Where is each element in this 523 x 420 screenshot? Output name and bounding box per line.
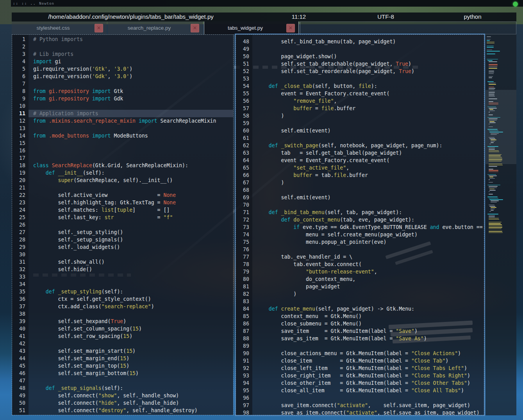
code-line[interactable] <box>256 45 484 53</box>
code-line[interactable]: # Lib imports <box>33 50 233 58</box>
code-line[interactable] <box>33 414 233 415</box>
code-line[interactable]: gi.require_version('Gtk', '3.0') <box>33 65 233 73</box>
code-line[interactable]: def do_context_menu(tab, eve, page_widge… <box>256 216 484 223</box>
code-line[interactable]: page_widget.show() <box>256 53 484 60</box>
code-line[interactable]: self.active_view = None <box>33 191 233 199</box>
code-line[interactable] <box>256 246 484 253</box>
code-line[interactable]: buffer = tab.file.buffer <box>256 172 484 179</box>
code-line[interactable]: close_submenu = Gtk.Menu() <box>256 320 484 327</box>
code-line[interactable]: ) <box>256 290 484 298</box>
code-line[interactable] <box>33 221 233 229</box>
code-line[interactable]: save_item.connect("activate", self.save_… <box>256 402 484 409</box>
code-line[interactable] <box>256 120 484 127</box>
code-line[interactable]: self._load_widgets() <box>33 243 233 251</box>
code-line[interactable]: "remove_file", <box>256 97 484 105</box>
code-line[interactable] <box>33 125 233 132</box>
code-line[interactable] <box>256 394 484 402</box>
code-line[interactable]: self._bind_tab_menu(tab, page_widget) <box>256 38 484 45</box>
code-line[interactable]: self.last_key: str = "f" <box>33 214 233 221</box>
code-line[interactable] <box>256 298 484 305</box>
code-line[interactable]: from .mode_buttons import ModeButtons <box>33 132 233 139</box>
editor-pane-right[interactable]: 4849505152535455565758596061626364656667… <box>236 34 484 415</box>
code-line[interactable]: self.set_tab_detachable(page_widget, Tru… <box>256 60 484 68</box>
code-line[interactable]: class SearchReplace(Gtk.Grid, SearchRepl… <box>33 162 233 169</box>
code-line[interactable] <box>33 139 233 147</box>
window-titlebar[interactable]: :: :: .. Newton <box>11 0 523 7</box>
code-line[interactable] <box>256 134 484 142</box>
code-line[interactable]: menu = self.create_menu(page_widget) <box>256 231 484 238</box>
code-line[interactable]: self._setup_styling() <box>33 229 233 236</box>
code-line[interactable]: self.set_margin_bottom(15) <box>33 370 233 377</box>
tab-stylesheet-css[interactable]: stylesheet.css ✕ <box>12 21 107 34</box>
code-line[interactable]: def _setup_signals(self): <box>33 384 233 392</box>
close-tab-button[interactable]: ✕ <box>286 24 295 32</box>
tab-tabs-widget-py[interactable]: tabs_widget.py ✕ <box>204 21 299 34</box>
code-line[interactable] <box>33 310 233 318</box>
code-line[interactable] <box>33 102 233 110</box>
code-line[interactable]: self.set_column_spacing(15) <box>33 325 233 332</box>
code-line[interactable] <box>33 377 233 384</box>
code-line[interactable]: self.set_tab_reorderable(page_widget, Tr… <box>256 68 484 75</box>
code-area[interactable]: self._bind_tab_menu(tab, page_widget) pa… <box>252 35 484 415</box>
code-line[interactable]: save_item = Gtk.MenuItem(label = "Save") <box>256 327 484 335</box>
code-line[interactable]: self.set_margin_end(15) <box>33 355 233 362</box>
code-line[interactable]: buffer = file.buffer <box>256 105 484 112</box>
code-line[interactable]: close_right_item = Gtk.MenuItem(label = … <box>256 372 484 379</box>
code-line[interactable]: close_other_item = Gtk.MenuItem(label = … <box>256 379 484 387</box>
code-line[interactable]: close_all_item = Gtk.MenuItem(label = "C… <box>256 387 484 394</box>
code-line[interactable]: # Application imports <box>29 110 233 117</box>
code-line[interactable]: if eve.type == Gdk.EventType.BUTTON_RELE… <box>256 223 484 231</box>
code-line[interactable]: self.set_margin_start(15) <box>33 347 233 355</box>
code-line[interactable]: tab._eve_handler_id = \ <box>256 253 484 261</box>
code-line[interactable] <box>256 201 484 209</box>
code-line[interactable]: self.emit(event) <box>256 194 484 201</box>
close-tab-button[interactable]: ✕ <box>191 24 199 32</box>
code-line[interactable] <box>33 154 233 162</box>
code-line[interactable]: ctx = self.get_style_context() <box>33 295 233 303</box>
code-line[interactable]: save_as_item.connect("activate", self.sa… <box>256 409 484 415</box>
code-line[interactable]: save_as_item = Gtk.MenuItem(label = "Sav… <box>256 335 484 342</box>
code-line[interactable]: menu.popup_at_pointer(eve) <box>256 238 484 246</box>
editor-pane-left[interactable]: 1234567891011121314151617181920212223242… <box>12 34 234 415</box>
code-line[interactable]: self.connect("destroy", self._handle_des… <box>33 407 233 414</box>
code-line[interactable]: self.set_hexpand(True) <box>33 318 233 325</box>
code-line[interactable]: tab.event_box.connect( <box>256 261 484 268</box>
minimap[interactable] <box>486 34 516 415</box>
code-line[interactable] <box>33 251 233 258</box>
code-line[interactable]: # Python imports <box>33 36 233 43</box>
code-line[interactable]: close_item = Gtk.MenuItem(label = "Close… <box>256 357 484 365</box>
code-line[interactable]: ) <box>256 112 484 120</box>
code-line[interactable]: from gi.repository import Gtk <box>33 88 233 95</box>
code-line[interactable] <box>33 147 233 154</box>
close-tab-button[interactable]: ✕ <box>95 24 103 32</box>
code-line[interactable]: ) <box>256 179 484 186</box>
code-line[interactable]: gi.require_version('Gdk', '3.0') <box>33 73 233 80</box>
code-line[interactable]: def _bind_tab_menu(self, tab, page_widge… <box>256 209 484 216</box>
code-line[interactable]: self.hide() <box>33 266 233 273</box>
code-line[interactable]: "button-release-event", <box>256 268 484 275</box>
code-line[interactable]: super(SearchReplace, self).__init__() <box>33 177 233 184</box>
code-line[interactable] <box>256 186 484 194</box>
code-line[interactable]: self.matches: list[tuple] = [] <box>33 206 233 214</box>
code-line[interactable]: def __init__(self): <box>33 169 233 177</box>
code-line[interactable] <box>33 43 233 50</box>
code-line[interactable]: self.highlight_tag: Gtk.TextTag = None <box>33 199 233 206</box>
code-line[interactable]: self.connect("hide", self._handle_hide) <box>33 399 233 407</box>
code-line[interactable]: event = Event_Factory.create_event( <box>256 90 484 97</box>
code-area[interactable]: # Python imports# Lib importsimport gigi… <box>29 35 233 415</box>
code-line[interactable]: from .mixins.search_replace_mixin import… <box>33 117 233 125</box>
code-line[interactable]: import gi <box>33 58 233 65</box>
code-line[interactable]: do_context_menu, <box>256 275 484 283</box>
code-line[interactable]: def _setup_styling(self): <box>33 288 233 295</box>
code-line[interactable] <box>33 80 233 88</box>
code-line[interactable] <box>256 75 484 82</box>
code-line[interactable]: ctx.add_class("search-replace") <box>33 303 233 310</box>
code-line[interactable]: self.connect("show", self._handle_show) <box>33 392 233 399</box>
code-line[interactable]: context_menu = Gtk.Menu() <box>256 313 484 320</box>
code-line[interactable]: self.show_all() <box>33 258 233 266</box>
code-line[interactable]: close_actions_menu = Gtk.MenuItem(label … <box>256 350 484 357</box>
code-line[interactable]: "set_active_file", <box>256 164 484 172</box>
code-line[interactable] <box>256 342 484 350</box>
code-line[interactable]: self.set_margin_top(15) <box>33 362 233 370</box>
code-line[interactable]: from gi.repository import Gdk <box>33 95 233 102</box>
